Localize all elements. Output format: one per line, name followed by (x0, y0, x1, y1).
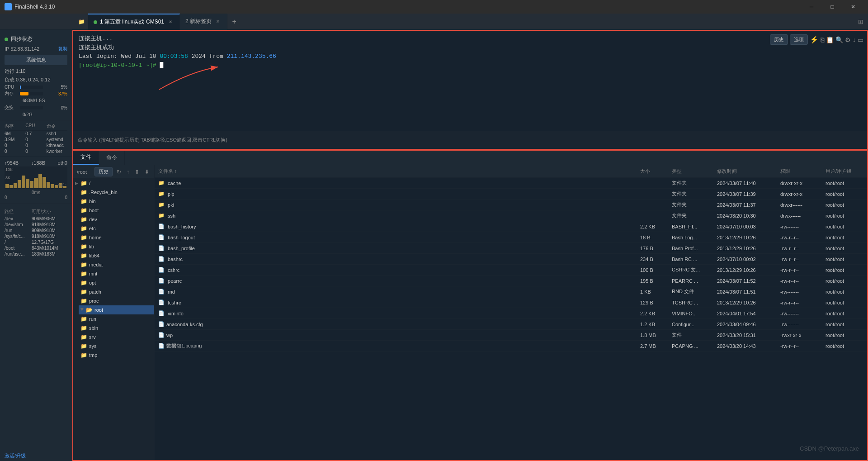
tab-folder-button[interactable]: 📁 (75, 14, 88, 30)
paste-icon[interactable]: 📋 (826, 36, 834, 43)
tree-item-bin[interactable]: 📁 bin (79, 197, 154, 206)
tree-item-lib[interactable]: 📁 lib (79, 242, 154, 251)
tree-item-opt[interactable]: 📁 opt (79, 278, 154, 287)
folder-icon: 📁 (158, 180, 165, 186)
col-header-size[interactable]: 大小 (637, 168, 668, 175)
tree-item-dev[interactable]: 📁 dev (79, 215, 154, 224)
col-header-user[interactable]: 用户/用户组 (822, 168, 867, 175)
proc-col-cpu: CPU (25, 123, 46, 129)
copy-icon[interactable]: ⎘ (821, 36, 824, 43)
file-icon: 📄 (158, 289, 165, 295)
folder-icon-bin: 📁 (80, 198, 87, 204)
tree-label-etc: etc (89, 226, 96, 231)
download-icon[interactable]: ↓ (853, 36, 856, 43)
tree-item-mnt[interactable]: 📁 mnt (79, 269, 154, 278)
lightning-icon[interactable]: ⚡ (810, 35, 819, 44)
cmd-input[interactable] (231, 138, 863, 143)
file-mod-ssh: 2024/03/20 10:30 (713, 213, 777, 219)
file-row-wp[interactable]: 📄wp 1.8 MB 文件 2024/03/20 15:31 -rwxr-xr-… (155, 330, 867, 341)
file-row-bashrc[interactable]: 📄.bashrc 234 B Bash RC ... 2024/07/10 00… (155, 254, 867, 265)
file-tab-files[interactable]: 文件 (73, 151, 99, 165)
col-header-perm[interactable]: 权限 (777, 168, 822, 175)
tab-1-close[interactable]: ✕ (167, 19, 174, 26)
tree-label-recycle: .Recycle_bin (89, 190, 118, 195)
tree-history-btn[interactable]: 历史 (94, 167, 113, 176)
file-row-bash-profile[interactable]: 📄.bash_profile 176 B Bash Prof... 2013/1… (155, 243, 867, 254)
grid-view-icon[interactable]: ⊞ (858, 18, 863, 25)
file-row-cache[interactable]: 📁.cache 文件夹 2024/03/07 11:40 drwxr-xr-x … (155, 178, 867, 189)
history-button[interactable]: 历史 (770, 34, 788, 45)
file-tab-cmd[interactable]: 命令 (99, 151, 125, 165)
proc-0-mem: 6M (5, 131, 25, 136)
tab-2-label: 2 新标签页 (185, 18, 212, 25)
screen-icon[interactable]: ▭ (858, 36, 863, 43)
tab-add-button[interactable]: + (227, 14, 241, 30)
tab-1[interactable]: 1 第五章 linux实战-CMS01 ✕ (88, 14, 180, 30)
maximize-button[interactable]: □ (822, 0, 843, 14)
options-button[interactable]: 选项 (790, 34, 808, 45)
file-row-pip[interactable]: 📁.pip 文件夹 2024/03/07 11:39 drwxr-xr-x ro… (155, 189, 867, 200)
tree-item-media[interactable]: 📁 media (79, 260, 154, 269)
load-label: 负载 0.36, 0.24, 0.12 (5, 76, 51, 83)
disk-2-avail: 909M/918M (32, 228, 67, 233)
file-name-bashrc: .bashrc (166, 257, 183, 262)
folder-icon-sys: 📁 (80, 343, 87, 349)
col-header-name[interactable]: 文件名 ↑ (155, 168, 637, 175)
activate-button[interactable]: 激活/升级 (0, 451, 72, 461)
file-row-pearrc[interactable]: 📄.pearrc 195 B PEARRC ... 2024/03/07 11:… (155, 276, 867, 286)
file-row-ssh[interactable]: 📁.ssh 文件夹 2024/03/20 10:30 drwx------ ro… (155, 210, 867, 221)
file-mod-bash-logout: 2013/12/29 10:26 (713, 235, 777, 240)
file-row-pki[interactable]: 📁.pki 文件夹 2024/03/07 11:37 drwxr------ r… (155, 200, 867, 210)
tree-item-sys[interactable]: 📁 sys (79, 342, 154, 351)
tree-root[interactable]: ▶ 📁 / (73, 179, 154, 188)
file-row-rnd[interactable]: 📄.rnd 1 KB RND 文件 2024/03/07 11:51 -rw--… (155, 286, 867, 297)
upload-btn[interactable]: ⬆ (133, 169, 141, 175)
tree-item-etc[interactable]: 📁 etc (79, 224, 154, 233)
sidebar: 同步状态 IP 52.83.31.142 复制 系统信息 运行 1:10 负载 … (0, 30, 72, 461)
tree-item-sbin[interactable]: 📁 sbin (79, 323, 154, 333)
tree-item-boot[interactable]: 📁 boot (79, 206, 154, 215)
file-row-tcshrc[interactable]: 📄.tcshrc 129 B TCSHRC ... 2013/12/29 10:… (155, 297, 867, 308)
file-user-pcapng: root/root (822, 343, 867, 349)
file-mod-pearrc: 2024/03/07 11:52 (713, 278, 777, 284)
search-icon[interactable]: 🔍 (835, 36, 843, 43)
minimize-button[interactable]: ─ (801, 0, 822, 14)
terminal[interactable]: 连接主机... 连接主机成功 Last login: Wed Jul 10 00… (72, 30, 868, 150)
sync-dot (5, 38, 8, 41)
tree-item-proc[interactable]: 📁 proc (79, 296, 154, 305)
copy-button[interactable]: 复制 (58, 46, 67, 52)
file-row-anaconda[interactable]: 📄anaconda-ks.cfg 1.2 KB Configur... 2024… (155, 319, 867, 330)
file-row-cshrc[interactable]: 📄.cshrc 100 B CSHRC 文... 2013/12/29 10:2… (155, 265, 867, 276)
tab-2-close[interactable]: ✕ (214, 18, 222, 25)
tab-2[interactable]: 2 新标签页 ✕ (180, 14, 227, 30)
file-row-pcapng[interactable]: 📄数据包1.pcapng 2.7 MB PCAPNG ... 2024/03/2… (155, 341, 867, 352)
proc-2-cpu: 0 (25, 143, 46, 148)
net-up: ↑954B (5, 160, 19, 166)
tree-item-srv[interactable]: 📁 srv (79, 333, 154, 342)
refresh-btn[interactable]: ↻ (115, 169, 123, 175)
file-row-viminfo[interactable]: 📄.viminfo 2.2 KB VIMINFO... 2024/04/01 1… (155, 308, 867, 319)
col-header-type[interactable]: 类型 (668, 168, 713, 175)
file-mod-wp: 2024/03/20 15:31 (713, 333, 777, 338)
disk-col-path: 路径 (5, 209, 32, 215)
tree-item-recycle[interactable]: 📁 .Recycle_bin (79, 188, 154, 197)
file-row-bash-history[interactable]: 📄.bash_history 2.2 KB BASH_HI... 2024/07… (155, 221, 867, 232)
col-header-modified[interactable]: 修改时间 (713, 168, 777, 175)
root-label: / (89, 181, 90, 186)
tree-item-tmp[interactable]: 📁 tmp (79, 351, 154, 360)
up-btn[interactable]: ↑ (125, 169, 131, 175)
tree-item-run[interactable]: 📁 run (79, 314, 154, 323)
download-btn[interactable]: ⬇ (143, 169, 151, 175)
proc-row-2: 0 0 kthreadc (5, 143, 67, 148)
file-type-bash-history: BASH_HI... (668, 224, 713, 229)
tree-item-patch[interactable]: 📁 patch (79, 287, 154, 296)
file-row-bash-logout[interactable]: 📄.bash_logout 18 B Bash Log... 2013/12/2… (155, 232, 867, 243)
file-perm-anaconda: -rw------- (777, 322, 822, 327)
gear-icon[interactable]: ⚙ (845, 36, 851, 43)
sys-info-button[interactable]: 系统信息 (5, 55, 67, 65)
tree-item-root[interactable]: ▶ 📂 root (79, 305, 154, 314)
tree-item-home[interactable]: 📁 home (79, 233, 154, 242)
tree-item-lib64[interactable]: 📁 lib64 (79, 251, 154, 260)
close-button[interactable]: ✕ (843, 0, 863, 14)
term-line-1: 连接主机... (79, 34, 862, 43)
